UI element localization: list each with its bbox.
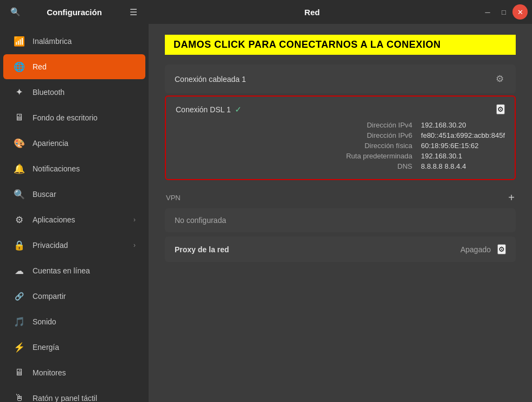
fisica-label: Dirección física xyxy=(346,142,412,150)
proxy-settings-button[interactable]: ⚙ xyxy=(497,244,506,254)
sidebar-item-energia[interactable]: ⚡ Energía xyxy=(3,335,145,360)
dsl-card-header: Conexión DSL 1 ✓ ⚙ xyxy=(176,104,505,114)
sidebar-item-label: Aplicaciones xyxy=(33,215,126,224)
ipv4-value: 192.168.30.20 xyxy=(421,121,505,129)
sidebar-item-buscar[interactable]: 🔍 Buscar xyxy=(3,182,145,207)
sidebar-item-sonido[interactable]: 🎵 Sonido xyxy=(3,309,145,334)
sidebar-item-label: Monitores xyxy=(33,368,136,377)
sidebar-item-monitores[interactable]: 🖥 Monitores xyxy=(3,360,145,385)
apps-icon: ⚙ xyxy=(13,214,25,226)
energy-icon: ⚡ xyxy=(13,342,25,353)
sidebar-item-raton[interactable]: 🖱 Ratón y panel táctil xyxy=(3,386,145,402)
sidebar-item-compartir[interactable]: 🔗 Compartir xyxy=(3,284,145,309)
sidebar-item-red[interactable]: 🌐 Red xyxy=(3,54,145,79)
restore-button[interactable]: □ xyxy=(496,4,511,20)
wifi-icon: 📶 xyxy=(13,36,25,47)
sidebar-item-label: Sonido xyxy=(33,317,136,326)
titlebar-center: Red xyxy=(149,8,476,17)
sidebar-item-label: Buscar xyxy=(33,190,136,199)
annotation-banner: DAMOS CLICK PARA CONECTARNOS A LA CONEXI… xyxy=(165,35,516,55)
cloud-icon: ☁ xyxy=(13,265,25,277)
sidebar-item-fondo[interactable]: 🖥 Fondo de escritorio xyxy=(3,105,145,130)
vpn-label: VPN xyxy=(166,194,181,202)
bluetooth-icon: ✦ xyxy=(13,87,25,97)
sidebar-item-label: Inalámbrica xyxy=(33,37,136,46)
mouse-icon: 🖱 xyxy=(13,393,25,402)
wired-settings-button[interactable]: ⚙ xyxy=(493,72,506,86)
monitor-icon: 🖥 xyxy=(13,367,25,378)
sidebar-item-inalambrica[interactable]: 📶 Inalámbrica xyxy=(3,29,145,54)
sidebar-item-bluetooth[interactable]: ✦ Bluetooth xyxy=(3,80,145,105)
privacy-icon: 🔒 xyxy=(13,240,25,251)
wired-connection-title: Conexión cableada 1 xyxy=(175,75,246,84)
main-layout: 📶 Inalámbrica 🌐 Red ✦ Bluetooth 🖥 Fondo … xyxy=(0,24,532,402)
sidebar-item-label: Cuentas en línea xyxy=(33,266,136,275)
sidebar-item-label: Fondo de escritorio xyxy=(33,113,136,122)
wired-connection-item[interactable]: Conexión cableada 1 ⚙ xyxy=(165,65,516,93)
proxy-label: Proxy de la red xyxy=(175,245,229,254)
share-icon: 🔗 xyxy=(13,292,25,301)
sidebar-item-label: Apariencia xyxy=(33,139,136,148)
sidebar-item-label: Ratón y panel táctil xyxy=(33,394,136,402)
dsl-settings-button[interactable]: ⚙ xyxy=(496,104,505,114)
vpn-section: VPN + No configurada xyxy=(165,190,516,232)
search-button[interactable]: 🔍 xyxy=(8,4,23,20)
dns-value: 8.8.8.8 8.8.4.4 xyxy=(421,162,505,170)
desktop-icon: 🖥 xyxy=(13,112,25,123)
ruta-value: 192.168.30.1 xyxy=(421,152,505,160)
sidebar-item-label: Energía xyxy=(33,343,136,352)
sidebar-item-label: Notificaciones xyxy=(33,164,136,173)
ruta-label: Ruta predeterminada xyxy=(346,152,412,160)
ipv6-value: fe80::451a:6992:acbb:845f xyxy=(421,131,505,139)
search-icon: 🔍 xyxy=(13,189,25,200)
sidebar-item-notificaciones[interactable]: 🔔 Notificaciones xyxy=(3,156,145,181)
app-title: Configuración xyxy=(28,8,120,17)
dsl-connection-card[interactable]: Conexión DSL 1 ✓ ⚙ Dirección IPv4 192.16… xyxy=(165,95,516,180)
dsl-title-area: Conexión DSL 1 ✓ xyxy=(176,105,242,114)
ipv6-label: Dirección IPv6 xyxy=(346,131,412,139)
close-button[interactable]: ✕ xyxy=(512,4,528,20)
vpn-not-configured: No configurada xyxy=(165,208,516,232)
titlebar-right: ─ □ ✕ xyxy=(476,4,532,20)
vpn-header: VPN + xyxy=(165,190,516,205)
chevron-right-icon: › xyxy=(133,216,136,224)
proxy-right: Apagado ⚙ xyxy=(460,244,506,254)
sidebar-item-label: Privacidad xyxy=(33,241,126,250)
sidebar-item-apariencia[interactable]: 🎨 Apariencia xyxy=(3,131,145,156)
sidebar-item-label: Red xyxy=(33,62,136,71)
network-icon: 🌐 xyxy=(13,61,25,73)
minimize-button[interactable]: ─ xyxy=(480,4,495,20)
content-area: DAMOS CLICK PARA CONECTARNOS A LA CONEXI… xyxy=(149,24,532,402)
window-title: Red xyxy=(304,8,319,17)
dsl-details: Dirección IPv4 192.168.30.20 Dirección I… xyxy=(176,121,505,170)
sidebar: 📶 Inalámbrica 🌐 Red ✦ Bluetooth 🖥 Fondo … xyxy=(0,24,149,402)
menu-button[interactable]: ☰ xyxy=(126,4,141,20)
titlebar: 🔍 Configuración ☰ Red ─ □ ✕ xyxy=(0,0,532,24)
sidebar-item-cuentas[interactable]: ☁ Cuentas en línea xyxy=(3,258,145,283)
sidebar-item-label: Bluetooth xyxy=(33,88,136,97)
vpn-add-button[interactable]: + xyxy=(508,192,515,203)
dsl-check-icon: ✓ xyxy=(235,105,242,114)
proxy-status: Apagado xyxy=(460,245,491,254)
proxy-row: Proxy de la red Apagado ⚙ xyxy=(165,237,516,262)
dns-label: DNS xyxy=(346,162,412,170)
notifications-icon: 🔔 xyxy=(13,163,25,175)
dsl-title-label: Conexión DSL 1 xyxy=(176,105,230,114)
sidebar-item-privacidad[interactable]: 🔒 Privacidad › xyxy=(3,233,145,258)
chevron-right-icon: › xyxy=(133,241,136,249)
appearance-icon: 🎨 xyxy=(13,138,25,149)
sound-icon: 🎵 xyxy=(13,316,25,328)
sidebar-item-label: Compartir xyxy=(33,292,136,301)
fisica-value: 60:18:95:6E:15:62 xyxy=(421,142,505,150)
sidebar-item-aplicaciones[interactable]: ⚙ Aplicaciones › xyxy=(3,207,145,232)
ipv4-label: Dirección IPv4 xyxy=(346,121,412,129)
titlebar-left: 🔍 Configuración ☰ xyxy=(0,4,149,20)
